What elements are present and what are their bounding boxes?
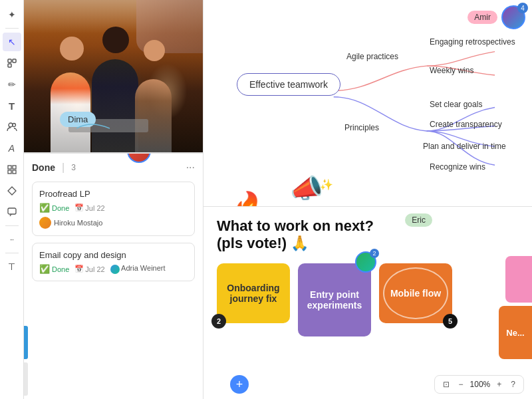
svg-marker-9: [8, 187, 16, 195]
mobile-badge: 5: [443, 314, 458, 329]
help-button[interactable]: ?: [508, 378, 518, 390]
done-status-2: ✅ Done: [39, 264, 69, 274]
recognize-wins-label: Recognize wins: [430, 162, 485, 172]
vote-card-onboarding-badge: 2: [211, 314, 226, 329]
svg-rect-7: [8, 170, 11, 174]
vote-title: What to work on next? (pls vote!) 🙏: [217, 217, 519, 253]
task-meta-1: ✅ Done 📅 Jul 22: [39, 203, 188, 213]
check-icon-1: ✅: [39, 203, 50, 213]
svg-rect-10: [8, 208, 16, 214]
calendar-icon-1: 📅: [74, 203, 84, 212]
dima-arrow: [76, 122, 110, 135]
assignee-avatar-1: [39, 217, 51, 229]
calendar-icon-2: 📅: [74, 265, 84, 273]
left-strip-blue: [24, 326, 28, 359]
photo-section: Dima: [24, 0, 203, 153]
grid-icon[interactable]: [3, 160, 21, 179]
people-icon[interactable]: [3, 118, 21, 136]
more-icon[interactable]: ···: [3, 230, 21, 249]
cursor-icon[interactable]: ↖: [3, 33, 21, 51]
comment-icon[interactable]: [3, 203, 21, 221]
assignee-avatar-2-small: [110, 265, 120, 274]
weekly-wins-label: Weekly wins: [430, 66, 473, 75]
amir-badge: 4: [517, 3, 528, 13]
zoom-in-button[interactable]: +: [494, 378, 504, 390]
create-transparency-label: Create transparency: [430, 120, 502, 129]
check-icon-2: ✅: [39, 264, 50, 274]
left-strip-gray: [24, 362, 28, 396]
assignee-name-2-inline: Adria Weinert: [110, 264, 166, 273]
task-column-title: Done: [32, 162, 55, 173]
effective-teamwork-node: Effective teamwork: [237, 73, 340, 96]
sparkle-emoji: ✨: [320, 178, 333, 191]
vote-card-entry-container: Entry point experiments 2: [298, 263, 371, 336]
main-canvas: Dima Amir 4: [24, 0, 532, 399]
toolbar-divider-1: [5, 28, 19, 29]
svg-rect-6: [13, 166, 16, 169]
task-column-count: 3: [71, 163, 76, 172]
task-card-2[interactable]: Email copy and design ✅ Done 📅 Jul 22 Ad…: [32, 243, 195, 281]
task-header: Done | 3 ···: [32, 162, 195, 174]
assignee-name-1: Hiroku Mostajo: [54, 219, 102, 227]
svg-rect-2: [8, 64, 11, 67]
date-meta-1: 📅 Jul 22: [74, 203, 104, 212]
task-title-1: Proofread LP: [39, 189, 188, 199]
pink-card-right: [505, 256, 532, 303]
vote-card-onboarding-label: Onboarding journey fix: [226, 283, 281, 304]
expand-icon[interactable]: ⊢: [3, 257, 21, 276]
ne-label: Ne...: [506, 328, 524, 338]
svg-rect-8: [13, 170, 16, 174]
agile-practices-label: Agile practices: [346, 52, 398, 61]
eric-label: Eric: [405, 213, 432, 227]
task-meta-2: ✅ Done 📅 Jul 22 Adria Weinert: [39, 264, 188, 274]
date-meta-2: 📅 Jul 22: [74, 265, 104, 273]
amir-avatar-container: 4: [501, 5, 525, 29]
plan-deliver-label: Plan and deliver in time: [423, 142, 506, 151]
svg-rect-1: [13, 59, 16, 63]
vote-card-onboarding[interactable]: Onboarding journey fix 2: [217, 263, 290, 323]
pen-icon[interactable]: ✏: [3, 75, 21, 94]
vote-card-mobile-container: Mobile flow 5: [379, 263, 452, 323]
zoom-level: 100%: [470, 380, 491, 389]
toolbar-divider-3: [5, 253, 19, 253]
svg-rect-5: [8, 166, 11, 169]
vote-card-mobile-label: Mobile flow: [390, 288, 441, 299]
ne-card-right: Ne...: [499, 306, 532, 359]
amir-user-area: Amir 4: [467, 5, 525, 29]
vote-card-entry[interactable]: Entry point experiments: [298, 263, 371, 336]
vote-cards: Onboarding journey fix 2 Entry point exp…: [217, 263, 519, 336]
help-icon: ?: [511, 380, 515, 389]
svg-rect-0: [8, 59, 11, 63]
engaging-retro-label: Engaging retrospectives: [430, 37, 515, 47]
entry-user-badge: 2: [370, 249, 379, 258]
amir-label: Amir: [467, 11, 497, 24]
task-assignee-1: Hiroku Mostajo: [39, 217, 188, 229]
toolbar-divider-2: [5, 225, 19, 226]
crop-icon: ⊡: [443, 380, 450, 389]
task-more-button[interactable]: ···: [186, 162, 195, 174]
megaphone-emoji: 📣: [290, 173, 323, 204]
frame-icon[interactable]: [3, 54, 21, 72]
vote-card-mobile[interactable]: Mobile flow: [379, 263, 452, 323]
task-card-1[interactable]: Proofread LP ✅ Done 📅 Jul 22 Hiroku Most…: [32, 182, 195, 236]
done-status-1: ✅ Done: [39, 203, 69, 213]
set-clear-goals-label: Set clear goals: [430, 100, 482, 109]
vote-section: What to work on next? (pls vote!) 🙏 Onbo…: [203, 206, 532, 399]
task-section: 1 Done | 3 ··· Proofread LP ✅ Done 📅 Jul…: [24, 153, 203, 399]
task-title-2: Email copy and design: [39, 250, 188, 260]
vote-card-entry-label: Entry point experiments: [307, 289, 362, 311]
add-icon[interactable]: ✦: [3, 5, 21, 24]
add-canvas-button[interactable]: +: [230, 375, 249, 394]
font-icon[interactable]: A: [3, 139, 21, 158]
crop-tool-button[interactable]: ⊡: [440, 378, 452, 390]
mindmap-svg: [203, 0, 532, 206]
zoom-out-button[interactable]: −: [456, 378, 466, 390]
principles-label: Principles: [344, 123, 379, 132]
plus-icon: +: [497, 380, 501, 389]
bottom-toolbar: ⊡ − 100% + ?: [434, 375, 524, 394]
left-toolbar: ✦ ↖ ✏ T A ··· ⊢: [0, 0, 24, 399]
minus-icon: −: [459, 380, 464, 389]
component-icon[interactable]: [3, 182, 21, 200]
mindmap-section: Amir 4 Effective teamwork Agile prac: [203, 0, 532, 206]
text-icon[interactable]: T: [3, 96, 21, 115]
